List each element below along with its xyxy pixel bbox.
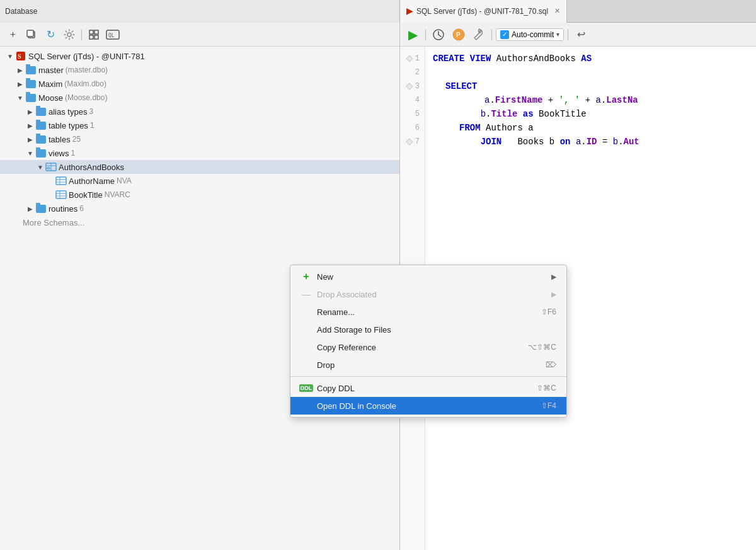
- svg-rect-3: [89, 30, 93, 34]
- code-line-6: FROM Authors a: [433, 121, 748, 135]
- menu-rename-label: Rename...: [317, 307, 355, 317]
- tab-bar: Database ▶ SQL Server (jTds) - @UNIT-781…: [0, 0, 756, 23]
- ql-btn[interactable]: QL: [104, 26, 122, 43]
- add-connection-btn[interactable]: ＋: [4, 26, 21, 43]
- tree-item-routines[interactable]: routines 6: [0, 202, 399, 215]
- aab-arrow[interactable]: [35, 162, 45, 172]
- refresh-btn[interactable]: ↻: [42, 26, 59, 43]
- toolbar-sep-3: [491, 29, 492, 40]
- line-num-3: 3: [406, 79, 425, 93]
- code-line-2: [433, 66, 748, 79]
- drop-shortcut: ⌦: [546, 360, 556, 369]
- run-button[interactable]: ▶: [404, 26, 421, 43]
- tables-label: tables: [49, 135, 71, 144]
- svg-line-26: [438, 35, 441, 37]
- code-line-5: b.Title as BookTitle: [433, 107, 748, 121]
- code-line-7: JOIN Books b on a.ID = b.Aut: [433, 135, 748, 149]
- copy-ddl-shortcut: ⇧⌘C: [537, 384, 556, 392]
- views-label: views: [49, 149, 69, 158]
- tree-item-authorsandbooks[interactable]: AuthorsAndBooks: [0, 160, 399, 174]
- svg-rect-5: [89, 35, 93, 39]
- routines-label: routines: [49, 204, 77, 214]
- svg-text:S: S: [18, 53, 21, 60]
- toolbar-sep-4: [568, 29, 568, 40]
- copy-ddl-icon: DDL: [301, 382, 312, 394]
- tree-item-server[interactable]: S SQL Server (jTds) - @UNIT-781: [0, 49, 399, 63]
- copy-ref-shortcut: ⌥⇧⌘C: [528, 343, 556, 352]
- db-toolbar: ＋ ↻: [0, 23, 399, 47]
- more-schemas-link[interactable]: More Schemas...: [0, 215, 399, 230]
- tree-item-maxim[interactable]: Maxim (Maxim.dbo): [0, 77, 399, 91]
- sql-tab[interactable]: ▶ SQL Server (jTds) - @UNIT-781_70.sql ✕: [400, 0, 567, 23]
- menu-item-copy-ddl[interactable]: DDL Copy DDL ⇧⌘C: [290, 379, 566, 397]
- alias-folder-icon: [35, 106, 47, 117]
- line-num-4: 4: [406, 93, 425, 107]
- server-arrow[interactable]: [5, 51, 15, 61]
- menu-item-new[interactable]: + New ▶: [290, 268, 566, 285]
- menu-item-open-ddl-console[interactable]: Open DDL in Console ⇧F4: [290, 397, 566, 415]
- rename-icon: [301, 306, 312, 318]
- moose-folder-icon: [25, 93, 37, 103]
- view-icon: [45, 162, 57, 172]
- configure-btn[interactable]: [60, 26, 78, 43]
- menu-item-add-storage[interactable]: Add Storage to Files: [290, 321, 566, 338]
- tables-arrow[interactable]: [25, 134, 35, 144]
- menu-item-drop-associated[interactable]: — Drop Associated ▶: [290, 285, 566, 303]
- line-num-7: 7: [406, 135, 425, 149]
- tree-item-authorname[interactable]: AuthorName NVA: [0, 174, 399, 188]
- alias-arrow[interactable]: [25, 106, 35, 117]
- line-num-5: 5: [406, 107, 425, 121]
- menu-new-label: New: [317, 272, 333, 282]
- wrench-btn[interactable]: [470, 26, 488, 43]
- maxim-label: Maxim: [38, 79, 62, 89]
- routines-arrow[interactable]: [25, 203, 35, 214]
- menu-item-rename[interactable]: Rename... ⇧F6: [290, 303, 566, 321]
- menu-item-drop[interactable]: Drop ⌦: [290, 356, 566, 374]
- tree-item-booktitle[interactable]: BookTitle NVARC: [0, 188, 399, 202]
- master-folder-icon: [25, 65, 37, 75]
- toolbar-sep-1: [81, 29, 82, 40]
- master-arrow[interactable]: [15, 65, 25, 75]
- menu-item-copy-reference[interactable]: Copy Reference ⌥⇧⌘C: [290, 338, 566, 356]
- server-icon: S: [15, 51, 26, 61]
- clock-btn[interactable]: [430, 26, 447, 43]
- maxim-folder-icon: [25, 79, 37, 89]
- svg-rect-16: [56, 177, 66, 185]
- tree-item-master[interactable]: master (master.dbo): [0, 63, 399, 77]
- menu-copy-ddl-label: Copy DDL: [317, 384, 355, 393]
- tree-item-table-types[interactable]: table types 1: [0, 118, 399, 132]
- svg-text:QL: QL: [108, 33, 115, 38]
- tabletypes-arrow[interactable]: [25, 120, 35, 130]
- svg-rect-1: [27, 30, 33, 37]
- code-line-4: a.FirstName + ', ' + a.LastNa: [433, 93, 748, 107]
- views-arrow[interactable]: [25, 148, 35, 158]
- copy-btn[interactable]: [23, 26, 40, 43]
- line-num-2: 2: [406, 66, 425, 79]
- menu-drop-assoc-label: Drop Associated: [317, 290, 377, 299]
- tab-close-icon[interactable]: ✕: [554, 7, 560, 15]
- moose-sub: (Moose.dbo): [65, 93, 107, 102]
- user-btn[interactable]: P: [450, 26, 467, 43]
- maxim-arrow[interactable]: [15, 79, 25, 89]
- toolbar-sep-2: [425, 29, 426, 40]
- undo-btn[interactable]: ↩: [572, 26, 590, 43]
- svg-point-2: [67, 33, 71, 37]
- moose-arrow[interactable]: [15, 93, 25, 103]
- routines-folder-icon: [35, 203, 47, 214]
- tree-item-alias-types[interactable]: alias types 3: [0, 105, 399, 118]
- menu-add-storage-label: Add Storage to Files: [317, 325, 391, 335]
- menu-separator-1: [290, 376, 566, 377]
- code-line-3: SELECT: [433, 79, 748, 93]
- rename-shortcut: ⇧F6: [541, 307, 556, 316]
- tabletypes-folder-icon: [35, 120, 47, 130]
- autocommit-toggle[interactable]: ✓ Auto-commit ▾: [496, 28, 564, 41]
- tree-item-views[interactable]: views 1: [0, 146, 399, 160]
- svg-rect-20: [56, 191, 66, 198]
- tree-item-moose[interactable]: Moose (Moose.dbo): [0, 91, 399, 105]
- maxim-sub: (Maxim.dbo): [64, 79, 106, 88]
- line-num-1: 1: [406, 52, 425, 66]
- alias-sub: 3: [89, 107, 93, 116]
- grid-btn[interactable]: [85, 26, 103, 43]
- new-arrow-icon: ▶: [551, 273, 556, 281]
- tree-item-tables[interactable]: tables 25: [0, 132, 399, 146]
